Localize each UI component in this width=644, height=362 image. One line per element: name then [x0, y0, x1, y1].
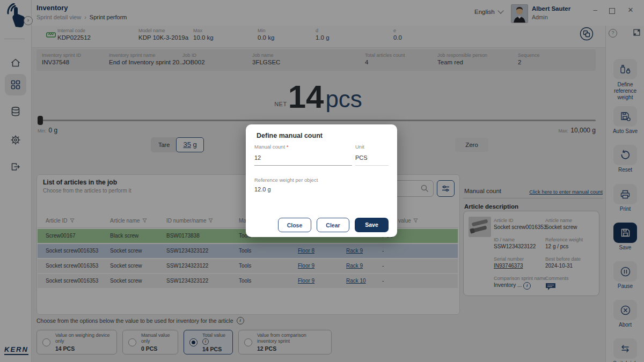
manual-count-label: Manual count *: [254, 144, 288, 150]
reference-weight-value: 12.0 g: [254, 186, 271, 193]
modal-title: Define manual count: [257, 132, 323, 139]
clear-button[interactable]: Clear: [317, 218, 349, 232]
input-underline: [254, 165, 352, 166]
input-underline: [355, 165, 389, 166]
manual-count-input[interactable]: 12: [254, 154, 261, 161]
required-asterisk: *: [287, 144, 289, 150]
unit-label: Unit: [355, 144, 364, 150]
unit-value: PCS: [355, 154, 368, 161]
app-window: KERN › Inventory Sprint detail view›Spri…: [0, 0, 644, 362]
define-manual-count-modal: Define manual count Manual count * 12 Un…: [246, 124, 397, 237]
save-button[interactable]: Save: [355, 218, 389, 232]
close-button[interactable]: Close: [278, 218, 311, 232]
reference-weight-label: Reference weight per object: [254, 177, 318, 183]
